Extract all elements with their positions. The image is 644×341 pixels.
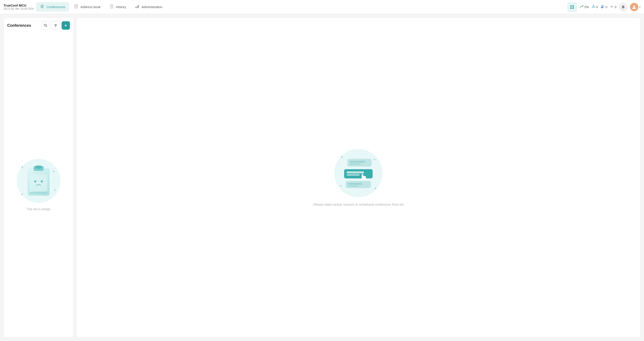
empty-state-illustration: ✦ ✦ ✦ ✦ [17,159,60,211]
svg-point-55 [41,180,43,182]
svg-line-31 [594,7,595,7]
svg-rect-16 [137,6,138,8]
main-content: Conferences [0,14,644,341]
brand: TrueConf MCU 16:21:59, We, 10.04.2024 [4,4,34,10]
svg-rect-58 [348,159,372,167]
svg-rect-1 [41,6,44,6]
svg-point-36 [612,6,612,7]
sparkle-3: ✦ [20,193,23,196]
user-avatar [630,3,638,11]
svg-rect-60 [350,163,360,165]
nodes-icon [592,5,596,10]
trend-icon [580,5,584,10]
conference-detail-panel: ✦ ✦ ✦ ✦ [76,18,640,337]
conferences-panel-title: Conferences [7,23,40,28]
right-empty-text: Please select active session or schedule… [313,203,404,206]
svg-point-56 [42,181,43,181]
svg-point-43 [55,24,56,25]
conferences-panel: Conferences [4,18,74,337]
sparkle-4: ✦ [54,188,56,192]
app-name: TrueConf MCU [4,4,34,7]
svg-point-28 [595,7,595,8]
main-nav: Conferences Address book [36,2,566,12]
clipboard-svg [24,164,53,198]
nav-tab-administration[interactable]: Administration [131,2,166,12]
app-header: TrueConf MCU 16:21:59, We, 10.04.2024 Co… [0,0,644,14]
clipboard-graphic: ✦ ✦ ✦ ✦ [17,159,60,203]
streams-value: 0 [615,5,616,9]
header-right: 0% 0 [567,2,640,12]
svg-rect-62 [346,171,364,173]
svg-rect-11 [111,5,113,8]
search-button[interactable] [42,21,50,30]
svg-rect-17 [138,5,139,8]
stat-users: 0 [600,5,607,10]
address-book-label: Address book [80,5,100,9]
filter-button[interactable] [52,21,60,30]
history-icon [110,4,114,10]
svg-rect-52 [30,175,47,191]
administration-icon [135,4,140,10]
user-chevron-icon: ▾ [639,6,640,9]
svg-point-33 [602,5,603,7]
stat-trend: 0% [580,5,589,10]
svg-point-53 [34,180,36,182]
right-illustration: ✦ ✦ ✦ ✦ [334,149,382,197]
svg-point-29 [592,7,592,8]
svg-rect-51 [36,165,42,169]
svg-line-32 [592,7,593,7]
svg-point-37 [633,6,635,7]
svg-point-21 [572,8,574,9]
svg-point-27 [593,5,594,5]
svg-rect-66 [348,185,358,187]
nav-tab-history[interactable]: History [106,2,130,12]
nav-tab-conferences[interactable]: Conferences [36,2,69,12]
notifications-button[interactable] [619,3,627,11]
stat-streams: 0 [610,5,616,10]
administration-label: Administration [142,5,162,9]
address-book-icon [74,4,79,10]
history-label: History [116,5,126,9]
conferences-label: Conferences [46,5,65,9]
stats-overview-button[interactable] [567,2,577,12]
right-empty-state: ✦ ✦ ✦ ✦ [313,149,404,206]
svg-point-44 [56,25,56,26]
svg-point-34 [603,5,604,6]
svg-rect-15 [136,7,136,8]
svg-rect-61 [344,169,373,178]
nav-tab-address-book[interactable]: Address book [70,2,104,12]
svg-rect-3 [41,7,43,8]
nodes-value: 0 [596,5,598,9]
empty-list-text: The list is empty [27,207,50,211]
streams-icon [610,5,614,10]
conferences-list-empty: ✦ ✦ ✦ ✦ [4,32,74,337]
svg-point-19 [572,5,574,7]
svg-rect-8 [76,5,77,6]
trend-value: 0% [584,5,589,9]
svg-point-26 [593,6,594,7]
svg-rect-2 [41,6,43,7]
svg-point-20 [570,8,572,9]
app-time: 16:21:59, We, 10.04.2024 [4,7,34,10]
svg-point-54 [36,181,36,181]
users-value: 0 [606,5,607,9]
sparkle-1: ✦ [21,165,24,169]
conferences-icon [40,4,45,10]
svg-rect-63 [346,174,360,176]
svg-point-45 [55,26,56,27]
svg-rect-59 [350,161,365,163]
conferences-panel-header: Conferences [4,18,74,32]
users-icon [600,5,604,10]
svg-rect-65 [348,183,362,185]
svg-line-39 [46,26,47,27]
svg-point-18 [570,5,572,7]
svg-rect-57 [30,192,47,194]
messages-svg [341,158,376,188]
user-menu[interactable]: ▾ [630,3,640,11]
add-conference-button[interactable] [62,21,70,30]
stat-nodes: 0 [592,5,598,10]
